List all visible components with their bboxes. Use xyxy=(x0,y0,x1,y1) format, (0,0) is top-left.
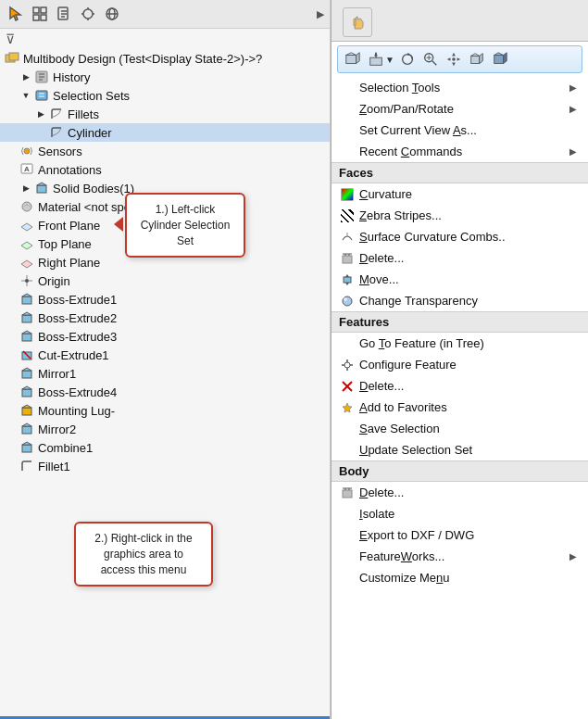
menu-export-dxf[interactable]: Export to DXF / DWG xyxy=(332,524,588,546)
delete-feature-icon xyxy=(339,378,356,395)
tree-item-annotations[interactable]: A Annotations xyxy=(0,160,330,179)
tree-item-fillets[interactable]: ▶ Fillets xyxy=(0,105,330,123)
isometric-icon[interactable] xyxy=(467,49,487,69)
svg-rect-50 xyxy=(22,408,31,415)
menu-update-selection-set[interactable]: Update Selection Set xyxy=(332,439,588,460)
svg-marker-32 xyxy=(21,223,32,231)
zebra-stripes-icon xyxy=(339,208,356,224)
tree-item-history[interactable]: ▶ History xyxy=(0,68,330,86)
svg-point-88 xyxy=(343,296,352,306)
svg-text:A: A xyxy=(24,165,30,173)
tree-item-sensors[interactable]: Sensors xyxy=(0,142,330,160)
menu-delete-body[interactable]: Delete... xyxy=(332,482,588,503)
sensors-label: Sensors xyxy=(38,145,82,158)
svg-marker-72 xyxy=(457,57,461,61)
svg-marker-69 xyxy=(452,53,456,57)
tree-item-origin[interactable]: Origin xyxy=(0,271,330,290)
menu-zoom-pan-rotate[interactable]: Zoom/Pan/Rotate ▶ xyxy=(332,98,588,120)
mounting-lug-label: Mounting Lug- xyxy=(38,404,115,418)
svg-marker-97 xyxy=(343,403,352,412)
svg-marker-53 xyxy=(22,423,31,426)
tree-item-boss-extrude2[interactable]: Boss-Extrude2 xyxy=(0,309,330,327)
svg-point-73 xyxy=(452,57,456,61)
rotate-icon[interactable] xyxy=(397,49,418,69)
select-tool-icon[interactable] xyxy=(6,4,26,24)
toolbar-expand-arrow[interactable]: ▶ xyxy=(317,8,324,20)
tree-item-mirror2[interactable]: Mirror2 xyxy=(0,420,330,438)
menu-delete-face[interactable]: Delete... xyxy=(332,247,588,269)
shaded-icon[interactable] xyxy=(490,49,510,69)
mirror1-label: Mirror1 xyxy=(38,367,76,381)
svg-rect-4 xyxy=(41,15,46,20)
cylinder-label: Cylinder xyxy=(68,126,112,140)
tree-item-cylinder[interactable]: Cylinder xyxy=(0,123,330,142)
combine1-icon xyxy=(19,439,35,456)
menu-configure-feature[interactable]: Configure Feature xyxy=(332,354,588,375)
tree-item-mirror1[interactable]: Mirror1 xyxy=(0,364,330,383)
svg-rect-18 xyxy=(9,53,19,60)
menu-isolate[interactable]: Isolate xyxy=(332,503,588,524)
svg-marker-49 xyxy=(22,386,31,389)
svg-rect-42 xyxy=(22,334,31,341)
tree-item-mounting-lug[interactable]: Mounting Lug- xyxy=(0,401,330,420)
menu-delete-feature[interactable]: Delete... xyxy=(332,375,588,397)
svg-rect-48 xyxy=(22,389,31,397)
selection-tools-arrow: ▶ xyxy=(569,82,577,93)
svg-marker-41 xyxy=(22,312,31,315)
svg-point-37 xyxy=(25,279,29,283)
add-to-favorites-icon xyxy=(339,399,356,416)
svg-marker-59 xyxy=(357,53,360,64)
tree-item-boss-extrude4[interactable]: Boss-Extrude4 xyxy=(0,383,330,401)
document-icon[interactable] xyxy=(54,4,74,24)
filter-icon[interactable]: ⊽ xyxy=(6,32,15,46)
selection-sets-arrow: ▼ xyxy=(19,88,33,103)
menu-featureworks[interactable]: FeatureWorks... ▶ xyxy=(332,546,588,567)
crosshair-icon[interactable] xyxy=(78,4,98,24)
pan-icon[interactable] xyxy=(444,49,464,69)
menu-curvature[interactable]: Curvature xyxy=(332,183,588,205)
menu-recent-commands[interactable]: Recent Commands ▶ xyxy=(332,141,588,162)
delete-face-icon xyxy=(339,250,356,267)
combine1-label: Combine1 xyxy=(38,441,93,455)
view-dropdown-arrow[interactable]: ▼ xyxy=(385,55,394,65)
tree-item-fillet1[interactable]: Fillet1 xyxy=(0,457,330,475)
hand-tool-button[interactable] xyxy=(343,7,372,37)
svg-marker-71 xyxy=(447,57,451,61)
menu-selection-tools[interactable]: Selection Tools ▶ xyxy=(332,77,588,98)
svg-point-26 xyxy=(24,148,30,154)
zoom-icon[interactable] xyxy=(420,49,441,69)
svg-rect-1 xyxy=(33,7,39,13)
menu-surface-curvature[interactable]: Surface Curvature Combs.. xyxy=(332,226,588,247)
annotations-icon: A xyxy=(19,161,35,178)
grid-icon[interactable] xyxy=(30,4,50,24)
menu-change-transparency[interactable]: Change Transparency xyxy=(332,290,588,311)
boss-extrude4-label: Boss-Extrude4 xyxy=(38,385,117,399)
cut-extrude1-label: Cut-Extrude1 xyxy=(38,348,109,362)
svg-marker-87 xyxy=(345,283,349,285)
globe-icon[interactable] xyxy=(102,4,122,24)
normal-to-icon[interactable] xyxy=(366,49,386,69)
svg-rect-38 xyxy=(22,296,31,304)
menu-set-current-view[interactable]: Set Current View As... xyxy=(332,120,588,141)
tree-root[interactable]: Multibody Design (Test<Display State-2>)… xyxy=(0,49,330,68)
left-toolbar: ▶ xyxy=(0,0,330,29)
cut-extrude1-icon xyxy=(19,347,35,363)
tree-item-selection-sets[interactable]: ▼ Selection Sets xyxy=(0,86,330,105)
tree-item-cut-extrude1[interactable]: Cut-Extrude1 xyxy=(0,346,330,364)
front-plane-label: Front Plane xyxy=(38,219,100,233)
menu-move-face[interactable]: Move... xyxy=(332,269,588,290)
menu-customize-menu[interactable]: Customize Menu xyxy=(332,567,588,588)
tree-item-combine1[interactable]: Combine1 xyxy=(0,438,330,457)
menu-zebra-stripes[interactable]: Zebra Stripes... xyxy=(332,205,588,226)
menu-go-to-feature[interactable]: Go To Feature (in Tree) xyxy=(332,333,588,354)
view-orientation-icon[interactable] xyxy=(343,49,363,69)
svg-marker-78 xyxy=(494,53,504,56)
menu-save-selection[interactable]: Save Selection xyxy=(332,418,588,439)
svg-rect-74 xyxy=(471,56,480,63)
svg-rect-56 xyxy=(354,19,356,26)
tree-item-boss-extrude3[interactable]: Boss-Extrude3 xyxy=(0,327,330,346)
tree-item-boss-extrude1[interactable]: Boss-Extrude1 xyxy=(0,290,330,309)
menu-add-to-favorites[interactable]: Add to Favorites xyxy=(332,397,588,418)
origin-icon xyxy=(19,272,35,289)
svg-marker-79 xyxy=(504,53,507,64)
